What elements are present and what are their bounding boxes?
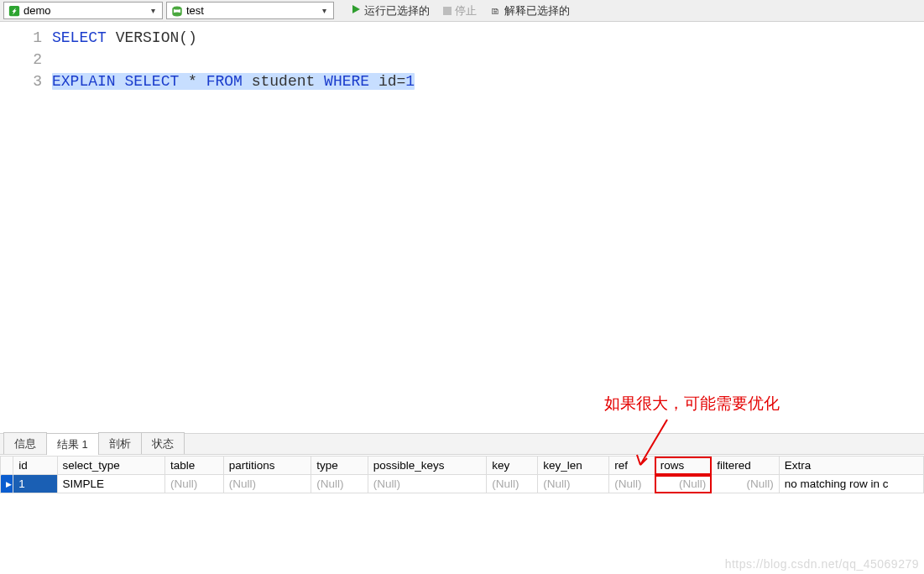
sql-editor[interactable]: 123 SELECT VERSION()EXPLAIN SELECT * FRO…: [0, 22, 924, 433]
column-header[interactable]: key_len: [538, 457, 609, 475]
watermark: https://blog.csdn.net/qq_45069279: [725, 557, 919, 571]
explain-selected-button[interactable]: 🗈 解释已选择的: [485, 2, 575, 20]
line-number: 1: [0, 27, 42, 49]
cell[interactable]: (Null): [223, 475, 311, 493]
cell[interactable]: (Null): [311, 475, 368, 493]
tab-info[interactable]: 信息: [3, 432, 47, 454]
connection-combo[interactable]: demo ▾: [3, 2, 163, 19]
cell[interactable]: no matching row in c: [779, 475, 923, 493]
chevron-down-icon: ▾: [316, 3, 331, 18]
run-selected-button[interactable]: 运行已选择的: [346, 2, 435, 20]
column-header[interactable]: Extra: [779, 457, 923, 475]
cell[interactable]: (Null): [487, 475, 538, 493]
cell[interactable]: (Null): [165, 475, 224, 493]
code-area[interactable]: SELECT VERSION()EXPLAIN SELECT * FROM st…: [52, 27, 924, 433]
explain-label: 解释已选择的: [504, 3, 570, 18]
cell[interactable]: SIMPLE: [57, 475, 165, 493]
table-row[interactable]: ▶1SIMPLE(Null)(Null)(Null)(Null)(Null)(N…: [1, 475, 924, 493]
column-header[interactable]: possible_keys: [368, 457, 487, 475]
database-label: test: [186, 4, 313, 17]
svg-point-1: [173, 6, 181, 9]
code-line[interactable]: EXPLAIN SELECT * FROM student WHERE id=1: [52, 70, 924, 92]
svg-point-2: [173, 12, 181, 15]
stop-label: 停止: [455, 3, 477, 18]
play-icon: [351, 4, 361, 17]
tab-profile[interactable]: 剖析: [98, 432, 142, 454]
result-tabs: 信息 结果 1 剖析 状态: [0, 433, 924, 455]
connection-label: demo: [23, 4, 142, 17]
line-gutter: 123: [0, 27, 52, 433]
result-grid[interactable]: idselect_typetablepartitionstypepossible…: [0, 455, 924, 493]
tab-result-1[interactable]: 结果 1: [46, 433, 99, 455]
explain-icon: 🗈: [490, 4, 501, 17]
run-label: 运行已选择的: [364, 3, 430, 18]
cell[interactable]: 1: [13, 475, 57, 493]
line-number: 3: [0, 70, 42, 92]
column-header[interactable]: rows: [655, 457, 712, 475]
column-header[interactable]: key: [487, 457, 538, 475]
column-header[interactable]: table: [165, 457, 224, 475]
row-indicator-header: [1, 457, 13, 475]
toolbar: demo ▾ test ▾ 运行已选择的 停止 🗈 解释已选择的: [0, 0, 924, 22]
column-header[interactable]: id: [13, 457, 57, 475]
code-line[interactable]: SELECT VERSION(): [52, 27, 924, 49]
column-header[interactable]: filtered: [712, 457, 780, 475]
cell[interactable]: (Null): [712, 475, 780, 493]
code-line[interactable]: [52, 49, 924, 70]
column-header[interactable]: ref: [609, 457, 655, 475]
stop-icon: [443, 7, 452, 15]
chevron-down-icon: ▾: [145, 3, 160, 18]
line-number: 2: [0, 49, 42, 70]
cell[interactable]: (Null): [609, 475, 655, 493]
stop-button: 停止: [438, 2, 482, 20]
cell[interactable]: (Null): [655, 475, 712, 493]
database-icon: [170, 4, 183, 17]
column-header[interactable]: type: [311, 457, 368, 475]
connection-icon: [8, 4, 20, 17]
cell[interactable]: (Null): [538, 475, 609, 493]
annotation-text: 如果很大，可能需要优化: [604, 393, 780, 415]
row-indicator: ▶: [1, 475, 13, 493]
tab-status[interactable]: 状态: [141, 432, 185, 454]
cell[interactable]: (Null): [368, 475, 487, 493]
database-combo[interactable]: test ▾: [166, 2, 334, 19]
column-header[interactable]: select_type: [57, 457, 165, 475]
column-header[interactable]: partitions: [223, 457, 311, 475]
